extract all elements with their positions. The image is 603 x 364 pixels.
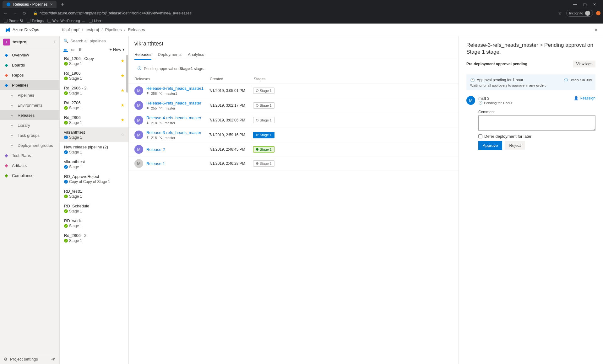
pipeline-item[interactable]: Rd_2606 - 2✓Stage 1★ — [60, 83, 128, 98]
bookmark-item[interactable]: Uber — [89, 19, 101, 23]
user-avatar: M — [134, 116, 143, 125]
star-icon[interactable]: ☆ — [121, 132, 125, 137]
top-bar: Azure DevOps tfspf-rmpf/testproj/Pipelin… — [0, 24, 603, 36]
pipeline-item[interactable]: vikranthtest✓Stage 1☆ — [60, 127, 128, 142]
release-row[interactable]: MRelease-4-refs_heads_master⬍218 ⌥master… — [129, 113, 459, 128]
bookmark-item[interactable]: Timings — [27, 19, 44, 23]
release-link[interactable]: Release-2 — [146, 147, 209, 152]
release-link[interactable]: Release-4-refs_heads_master — [146, 115, 209, 120]
maximize-icon[interactable]: ▢ — [582, 1, 588, 8]
release-row[interactable]: MRelease-3-refs_heads_master⬍218 ⌥master… — [129, 128, 459, 142]
breadcrumb-item[interactable]: tfspf-rmpf — [62, 27, 79, 32]
release-row[interactable]: MRelease-5-refs_heads_master⬍255 ⌥master… — [129, 98, 459, 113]
pipeline-item[interactable]: RD_testf1✓Stage 1 — [60, 186, 128, 201]
pipeline-item[interactable]: vikranthtest✓Stage 1 — [60, 157, 128, 172]
star-icon[interactable]: ★ — [121, 58, 125, 63]
tab-analytics[interactable]: Analytics — [188, 50, 204, 60]
pipeline-item[interactable]: RD_work✓Stage 1 — [60, 216, 128, 231]
pipeline-item[interactable]: Rd_1206 - Copy✓Stage 1★ — [60, 54, 128, 68]
sidebar-subitem-task-groups[interactable]: ▫Task groups — [0, 130, 59, 140]
sidebar-item-repos[interactable]: ◆Repos — [0, 70, 59, 80]
project-settings[interactable]: ⚙ Project settings ≪ — [0, 354, 59, 364]
sidebar-subitem-pipelines[interactable]: ▫Pipelines — [0, 90, 59, 100]
sidebar-subitem-environments[interactable]: ▫Environments — [0, 100, 59, 110]
new-tab-button[interactable]: + — [59, 1, 66, 8]
minimize-icon[interactable]: — — [572, 1, 578, 8]
tab-deployments[interactable]: Deployments — [158, 50, 182, 60]
release-created: 7/1/2019, 2:48:45 PM — [209, 147, 253, 152]
sidebar-item-compliance[interactable]: ◆Compliance — [0, 170, 59, 180]
folder-view-icon[interactable]: ▭ — [71, 47, 75, 52]
sidebar-subitem-releases[interactable]: ▫Releases — [0, 110, 59, 120]
sidebar-item-test-plans[interactable]: ◆Test Plans — [0, 150, 59, 160]
breadcrumb-item[interactable]: testproj — [86, 27, 99, 32]
breadcrumb-item[interactable]: Pipelines — [105, 27, 122, 32]
pipeline-item[interactable]: Rd_1906✓Stage 1★ — [60, 68, 128, 83]
pipeline-item[interactable]: Rd_2806 - 2✓Stage 1 — [60, 231, 128, 245]
reassign-button[interactable]: 👤 Reassign — [574, 96, 595, 100]
delete-icon[interactable]: 🗑 — [79, 47, 83, 52]
comment-input[interactable] — [478, 115, 595, 131]
tab-releases[interactable]: Releases — [134, 50, 151, 60]
add-icon[interactable]: + — [53, 39, 56, 45]
stage-chip[interactable]: Stage 1 — [253, 88, 274, 94]
stage-chip[interactable]: ⟳ Stage 1 — [253, 132, 274, 138]
reload-button[interactable]: ⟳ — [21, 11, 28, 16]
approve-button[interactable]: Approve — [478, 141, 502, 150]
board-icon: ◆ — [4, 62, 9, 67]
project-selector[interactable]: T testproj + — [0, 36, 59, 48]
browser-tab[interactable]: Releases - Pipelines × — [3, 1, 57, 8]
pipeline-item[interactable]: Rd_2706✓Stage 1★ — [60, 98, 128, 113]
star-icon[interactable]: ★ — [121, 88, 125, 93]
profile-icon[interactable] — [596, 11, 600, 15]
pipeline-item[interactable]: Rd_2806✓Stage 1★ — [60, 113, 128, 127]
brand-logo[interactable]: Azure DevOps — [5, 27, 58, 33]
sidebar-item-pipelines[interactable]: ◆Pipelines — [0, 80, 59, 90]
release-link[interactable]: Release-1 — [146, 161, 209, 166]
release-row[interactable]: MRelease-6-refs_heads_master1⬍256 ⌥maste… — [129, 83, 459, 98]
close-panel-icon[interactable]: ✕ — [594, 27, 598, 32]
sidebar-subitem-library[interactable]: ▫Library — [0, 120, 59, 130]
search-input[interactable] — [70, 39, 125, 43]
new-button[interactable]: +New▾ — [109, 47, 125, 52]
rocket-icon: ◆ — [4, 83, 9, 88]
release-row[interactable]: MRelease-17/1/2019, 2:46:28 PMStage 1 — [129, 157, 459, 171]
sidebar-item-boards[interactable]: ◆Boards — [0, 60, 59, 70]
list-view-icon[interactable]: ☰ — [63, 47, 68, 52]
pipeline-item[interactable]: New release pipeline (2)✓Stage 1 — [60, 142, 128, 157]
close-icon[interactable]: × — [50, 2, 52, 7]
release-link[interactable]: Release-5-refs_heads_master — [146, 101, 209, 105]
clock-icon: 🕒 — [470, 78, 475, 82]
bookmark-item[interactable]: Power BI — [4, 19, 23, 23]
bookmark-item[interactable]: WhatWasRunning -... — [47, 19, 85, 23]
star-icon[interactable]: ★ — [121, 117, 125, 122]
defer-checkbox[interactable]: Defer deployment for later — [478, 134, 595, 139]
sidebar-item-artifacts[interactable]: ◆Artifacts — [0, 160, 59, 170]
star-icon[interactable]: ★ — [121, 73, 125, 78]
stage-chip[interactable]: Stage 1 — [253, 160, 274, 167]
collapse-icon[interactable]: ≪ — [51, 357, 56, 361]
bookmark-bar: Power BITimingsWhatWasRunning -...Uber — [0, 18, 603, 24]
star-icon[interactable]: ☆ — [557, 11, 563, 16]
sidebar-item-overview[interactable]: ◆Overview — [0, 50, 59, 60]
gear-icon: ⚙ — [4, 357, 8, 361]
release-link[interactable]: Release-3-refs_heads_master — [146, 130, 209, 135]
view-logs-button[interactable]: View logs — [573, 61, 595, 67]
pipeline-item[interactable]: RD_Schedule✓Stage 1 — [60, 201, 128, 216]
stage-chip[interactable]: Stage 1 — [253, 117, 274, 123]
address-bar[interactable]: 🔒 https://dev.azure.com/tfspf-rmpf/testp… — [31, 10, 554, 17]
stage-chip[interactable]: Stage 1 — [253, 102, 274, 109]
scrollbar-thumb[interactable] — [126, 55, 128, 93]
breadcrumb-item[interactable]: Releases — [128, 27, 145, 32]
reject-button[interactable]: Reject — [505, 141, 525, 150]
back-button[interactable]: ← — [3, 11, 9, 16]
sidebar-subitem-deployment-groups[interactable]: ▫Deployment groups — [0, 140, 59, 150]
release-row[interactable]: MRelease-27/1/2019, 2:48:45 PMStage 1 — [129, 142, 459, 157]
forward-button[interactable]: → — [12, 11, 18, 16]
star-icon[interactable]: ★ — [121, 103, 125, 108]
release-link[interactable]: Release-6-refs_heads_master1 — [146, 86, 209, 91]
sidebar: T testproj + ◆Overview◆Boards◆Repos◆Pipe… — [0, 36, 60, 364]
close-window-icon[interactable]: ✕ — [592, 1, 597, 8]
stage-chip[interactable]: Stage 1 — [253, 146, 274, 153]
pipeline-item[interactable]: RD_ApproveReject✓Copy of Copy of Stage 1 — [60, 172, 128, 186]
